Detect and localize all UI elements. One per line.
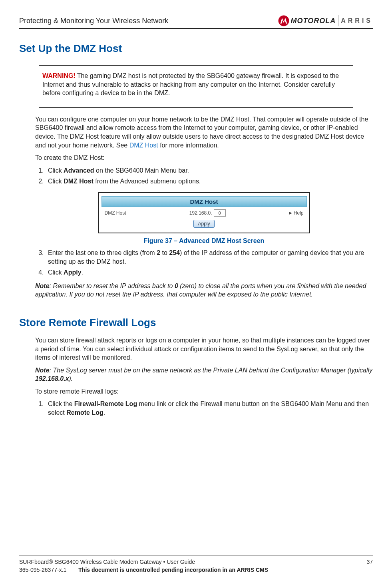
dmz-note: Note: Remember to reset the IP address b… xyxy=(35,282,373,299)
warning-text: WARNING! The gaming DMZ host is not prot… xyxy=(42,72,350,98)
motorola-icon xyxy=(278,15,289,26)
header-title: Protecting & Monitoring Your Wireless Ne… xyxy=(19,17,168,25)
chevron-right-icon: ▶ xyxy=(289,211,292,215)
motorola-logo: MOTOROLA xyxy=(278,15,336,26)
figure-caption: Figure 37 – Advanced DMZ Host Screen xyxy=(35,237,373,245)
footer-status: This document is uncontrolled pending in… xyxy=(78,567,268,573)
logo-divider xyxy=(338,15,338,26)
section-heading-logs: Store Remote Firewall Logs xyxy=(19,316,373,329)
figure-37: DMZ Host DMZ Host 192.168.0. 0 ▶ Help Ap… xyxy=(35,192,373,245)
dmz-steps-1: Click Advanced on the SBG6400 Main Menu … xyxy=(35,166,373,186)
dmz-screenshot: DMZ Host DMZ Host 192.168.0. 0 ▶ Help Ap… xyxy=(98,192,310,233)
brand-logos: MOTOROLA ARRIS xyxy=(278,15,373,26)
footer-page-number: 37 xyxy=(366,559,373,565)
dmz-ip-group: 192.168.0. 0 xyxy=(189,209,226,217)
page-header: Protecting & Monitoring Your Wireless Ne… xyxy=(19,15,373,29)
dmz-step-4: Click Apply. xyxy=(46,268,373,277)
create-dmz-intro: To create the DMZ Host: xyxy=(35,153,373,162)
dmz-row-label: DMZ Host xyxy=(105,210,126,216)
logs-steps: Click the Firewall-Remote Log menu link … xyxy=(35,400,373,417)
apply-button[interactable]: Apply xyxy=(193,220,214,228)
dmz-panel-title: DMZ Host xyxy=(101,196,307,207)
dmz-step-2: Click DMZ Host from the Advanced submenu… xyxy=(46,177,373,186)
page-footer: SURFboard® SBG6400 Wireless Cable Modem … xyxy=(19,555,373,573)
dmz-ip-input[interactable]: 0 xyxy=(214,209,226,217)
logs-note: Note: The SysLog server must be on the s… xyxy=(35,366,373,383)
arris-logo: ARRIS xyxy=(341,17,373,24)
dmz-help-link[interactable]: ▶ Help xyxy=(289,210,304,216)
warning-label: WARNING! xyxy=(42,72,76,79)
dmz-row: DMZ Host 192.168.0. 0 ▶ Help xyxy=(101,209,307,217)
dmz-host-link[interactable]: DMZ Host xyxy=(129,142,158,149)
dmz-intro: You can configure one computer on your h… xyxy=(35,115,373,149)
footer-doc-id: 365-095-26377-x.1 xyxy=(19,567,66,573)
motorola-text: MOTOROLA xyxy=(291,17,336,25)
logs-step-1: Click the Firewall-Remote Log menu link … xyxy=(46,400,373,417)
svg-point-0 xyxy=(278,16,289,26)
warning-box: WARNING! The gaming DMZ host is not prot… xyxy=(39,65,353,108)
section-heading-dmz: Set Up the DMZ Host xyxy=(19,42,373,55)
store-intro: To store remote Firewall logs: xyxy=(35,387,373,396)
dmz-ip-prefix: 192.168.0. xyxy=(189,210,212,216)
dmz-step-3: Enter the last one to three digits (from… xyxy=(46,249,373,266)
dmz-step-1: Click Advanced on the SBG6400 Main Menu … xyxy=(46,166,373,175)
dmz-steps-2: Enter the last one to three digits (from… xyxy=(35,249,373,277)
footer-product: SURFboard® SBG6400 Wireless Cable Modem … xyxy=(19,559,195,565)
logs-intro: You can store firewall attack reports or… xyxy=(35,336,373,362)
